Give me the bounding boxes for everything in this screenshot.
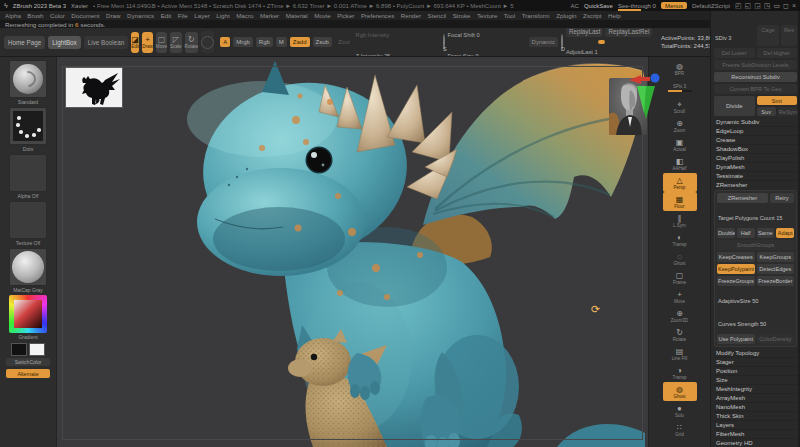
same-button[interactable]: Same bbox=[757, 228, 775, 238]
del-higher-button[interactable]: Del Higher bbox=[757, 48, 798, 58]
shelf-aahalf-button[interactable]: ◧ AAHalf bbox=[663, 154, 697, 173]
shelf-floor-button[interactable]: ▦ Floor bbox=[663, 192, 697, 211]
edit-mode-button[interactable]: ◪ Edit bbox=[131, 32, 139, 53]
adapt-toggle[interactable]: Adapt bbox=[776, 228, 794, 238]
section-crease[interactable]: Crease bbox=[714, 136, 797, 145]
switch-color-button[interactable]: SwitchColor bbox=[6, 358, 50, 366]
keepgroups-toggle[interactable]: KeepGroups bbox=[757, 252, 795, 262]
m-toggle[interactable]: M bbox=[276, 37, 287, 47]
menu-preferences[interactable]: Preferences bbox=[361, 12, 394, 19]
target-polygons-slider[interactable]: Target Polygons Count 15 bbox=[717, 205, 794, 226]
shelf-persp-button[interactable]: △ Persp bbox=[663, 173, 697, 192]
minimize-icon[interactable]: ▭ bbox=[773, 2, 780, 10]
z-intensity-slider[interactable]: Z Intensity 25 bbox=[356, 44, 440, 58]
menu-draw[interactable]: Draw bbox=[106, 12, 120, 19]
smoothgroups-toggle[interactable]: SmoothGroups bbox=[717, 240, 794, 250]
document-canvas[interactable]: ⟳ bbox=[57, 57, 648, 447]
section-tessimate[interactable]: Tessimate bbox=[714, 172, 797, 181]
current-brush-thumb[interactable] bbox=[9, 60, 47, 98]
zcut-toggle[interactable]: Zcut bbox=[335, 37, 353, 47]
section-dynamesh[interactable]: DynaMesh bbox=[714, 163, 797, 172]
adaptive-size-slider[interactable]: AdaptiveSize 50 bbox=[717, 288, 794, 309]
menu-layer[interactable]: Layer bbox=[194, 12, 209, 19]
rotate-mode-button[interactable]: ↻ Rotate bbox=[185, 32, 199, 53]
lightbox-button[interactable]: LightBox bbox=[48, 36, 81, 49]
shelf-ghost2-button[interactable]: ◍ Ghost bbox=[663, 382, 697, 401]
adjust-last-slider[interactable]: AdjustLast 1 bbox=[566, 40, 658, 57]
shelf-move-button[interactable]: + Move bbox=[663, 287, 697, 306]
section-dynamic-subdiv[interactable]: Dynamic Subdiv bbox=[714, 118, 797, 127]
shelf-zoom3d-button[interactable]: ⊕ Zoom3D bbox=[663, 306, 697, 325]
shelf-spix-slider[interactable]: SPix 3 bbox=[663, 78, 697, 97]
hand-icon[interactable]: ◲ bbox=[754, 2, 761, 10]
menu-color[interactable]: Color bbox=[50, 12, 65, 19]
zsub-toggle[interactable]: Zsub bbox=[313, 37, 332, 47]
section-zremesher[interactable]: ZRemesher bbox=[714, 181, 797, 190]
mrgb-toggle[interactable]: Mrgb bbox=[233, 37, 253, 47]
menus-button[interactable]: Menus bbox=[661, 2, 687, 9]
reference-silhouette-thumb[interactable] bbox=[66, 68, 122, 107]
sculpt-viewport[interactable] bbox=[57, 57, 648, 447]
del-lower-button[interactable]: Del Lower bbox=[714, 48, 755, 58]
current-alpha-thumb[interactable] bbox=[9, 154, 47, 192]
section-position[interactable]: Position bbox=[714, 367, 797, 376]
menu-zplugin[interactable]: Zplugin bbox=[556, 12, 576, 19]
colordensity-toggle[interactable]: ColorDensity bbox=[757, 334, 795, 344]
section-layers[interactable]: Layers bbox=[714, 421, 797, 430]
shelf-linefill-button[interactable]: ▤ Line Fill bbox=[663, 344, 697, 363]
menu-macro[interactable]: Macro bbox=[236, 12, 253, 19]
current-stroke-thumb[interactable] bbox=[9, 107, 47, 145]
scale-mode-button[interactable]: ◸ Scale bbox=[170, 32, 182, 53]
default-zscript-button[interactable]: DefaultZScript bbox=[692, 3, 730, 9]
focal-shift-slider[interactable]: Focal Shift 0 bbox=[448, 28, 526, 41]
see-through-slider[interactable]: See-through 0 bbox=[618, 3, 656, 9]
cursor-icon[interactable]: ◰ bbox=[735, 2, 742, 10]
stroke-indicator-icon[interactable]: S bbox=[443, 34, 445, 50]
shelf-scroll-button[interactable]: ⌖ Scroll bbox=[663, 97, 697, 116]
refresh-icon[interactable]: ⟳ bbox=[591, 303, 600, 316]
reconstruct-subdiv-button[interactable]: Reconstruct Subdiv bbox=[714, 72, 797, 82]
rgb-toggle[interactable]: Rgb bbox=[256, 37, 273, 47]
section-arraymesh[interactable]: ArrayMesh bbox=[714, 394, 797, 403]
shelf-zoom-button[interactable]: ⊕ Zoom bbox=[663, 116, 697, 135]
retry-button[interactable]: Retry bbox=[770, 193, 794, 203]
replay-last-button[interactable]: ReplayLast bbox=[566, 28, 604, 37]
maximize-icon[interactable]: ◻ bbox=[783, 2, 789, 10]
shelf-frame-button[interactable]: ▢ Frame bbox=[663, 268, 697, 287]
close-icon[interactable]: × bbox=[792, 2, 796, 10]
main-color-swatch[interactable] bbox=[11, 343, 27, 356]
color-picker[interactable] bbox=[9, 295, 47, 333]
resym-toggle[interactable]: ReSym bbox=[778, 107, 797, 116]
draw-mode-button[interactable]: + Draw bbox=[142, 32, 153, 53]
keepcreases-toggle[interactable]: KeepCreases bbox=[717, 252, 755, 262]
section-meshintegrity[interactable]: MeshIntegrity bbox=[714, 385, 797, 394]
section-modify-topology[interactable]: Modify Topology bbox=[714, 349, 797, 358]
cage-button[interactable]: Cage bbox=[757, 25, 779, 46]
move-mode-button[interactable]: ▢ Move bbox=[156, 32, 167, 53]
ac-toggle[interactable]: AC bbox=[571, 3, 579, 9]
section-thickskin[interactable]: Thick Skin bbox=[714, 412, 797, 421]
rgb-intensity-slider[interactable]: Rgb Intensity bbox=[356, 28, 440, 41]
menu-light[interactable]: Light bbox=[216, 12, 229, 19]
section-nanomesh[interactable]: NanoMesh bbox=[714, 403, 797, 412]
shelf-lsym-button[interactable]: ∥ L.Sym bbox=[663, 211, 697, 230]
suv-toggle[interactable]: Suv bbox=[757, 107, 776, 116]
curves-strength-slider[interactable]: Curves Strength 50 bbox=[717, 311, 794, 332]
section-size[interactable]: Size bbox=[714, 376, 797, 385]
shelf-transp2-button[interactable]: ◑ Transp bbox=[663, 363, 697, 382]
freezeborder-toggle[interactable]: FreezeBorder bbox=[757, 276, 795, 286]
zadd-toggle[interactable]: Zadd bbox=[290, 37, 310, 47]
sdiv-slider[interactable]: SDiv 3 bbox=[714, 25, 755, 46]
axis-gizmo[interactable] bbox=[629, 71, 663, 121]
zremesher-button[interactable]: ZRemesher bbox=[717, 193, 768, 203]
menu-render[interactable]: Render bbox=[401, 12, 421, 19]
menu-help[interactable]: Help bbox=[608, 12, 621, 19]
dynamic-draw-size-toggle[interactable]: Dynamic bbox=[529, 37, 558, 47]
divide-button[interactable]: Divide bbox=[714, 96, 755, 116]
a-toggle[interactable]: A bbox=[220, 37, 230, 47]
alternate-button[interactable]: Alternate bbox=[6, 369, 50, 378]
section-claypolish[interactable]: ClayPolish bbox=[714, 154, 797, 163]
current-texture-thumb[interactable] bbox=[9, 201, 47, 239]
shelf-bpr-button[interactable]: ◍ BPR bbox=[663, 59, 697, 78]
freeze-subdivision-button[interactable]: Freeze SubDivision Levels bbox=[714, 60, 797, 70]
